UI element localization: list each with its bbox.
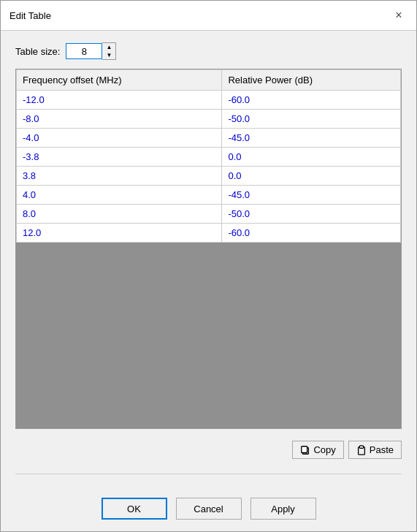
divider: [15, 474, 402, 474]
data-table: Frequency offset (MHz) Relative Power (d…: [16, 69, 401, 243]
cell-freq[interactable]: 8.0: [17, 205, 222, 224]
table-size-label: Table size:: [15, 46, 60, 57]
cell-freq[interactable]: -4.0: [17, 129, 222, 148]
table-row: 4.0-45.0: [17, 186, 401, 205]
table-wrapper: Frequency offset (MHz) Relative Power (d…: [15, 69, 402, 429]
header-row: Frequency offset (MHz) Relative Power (d…: [17, 70, 401, 91]
cell-freq[interactable]: 4.0: [17, 186, 222, 205]
paste-icon: [356, 445, 367, 455]
table-row: -12.0-60.0: [17, 91, 401, 110]
cell-power[interactable]: -45.0: [222, 129, 401, 148]
table-row: 3.80.0: [17, 167, 401, 186]
copy-label: Copy: [313, 444, 335, 455]
title-bar: Edit Table ×: [1, 1, 416, 31]
table-row: -3.80.0: [17, 148, 401, 167]
spinner-buttons: ▲ ▼: [102, 42, 116, 60]
empty-area: [16, 243, 401, 428]
cell-freq[interactable]: -8.0: [17, 110, 222, 129]
copy-button[interactable]: Copy: [292, 441, 343, 459]
cancel-button[interactable]: Cancel: [176, 498, 242, 520]
cell-freq[interactable]: 12.0: [17, 224, 222, 243]
svg-rect-1: [302, 446, 307, 452]
cell-power[interactable]: 0.0: [222, 148, 401, 167]
cell-freq[interactable]: 3.8: [17, 167, 222, 186]
close-button[interactable]: ×: [390, 7, 408, 24]
cell-power[interactable]: -45.0: [222, 186, 401, 205]
dialog-body: Table size: ▲ ▼ Frequency offset (MHz) R…: [1, 31, 416, 489]
cell-power[interactable]: -50.0: [222, 205, 401, 224]
table-size-row: Table size: ▲ ▼: [15, 42, 402, 60]
cell-power[interactable]: -50.0: [222, 110, 401, 129]
copy-icon: [300, 445, 310, 455]
table-row: -4.0-45.0: [17, 129, 401, 148]
cell-freq[interactable]: -3.8: [17, 148, 222, 167]
spinner-container: ▲ ▼: [66, 42, 116, 60]
table-row: 8.0-50.0: [17, 205, 401, 224]
edit-table-dialog: Edit Table × Table size: ▲ ▼ Frequency o…: [0, 0, 417, 532]
ok-button[interactable]: OK: [102, 498, 167, 520]
svg-rect-3: [359, 445, 363, 448]
cell-power[interactable]: -60.0: [222, 91, 401, 110]
cell-freq[interactable]: -12.0: [17, 91, 222, 110]
dialog-title: Edit Table: [9, 10, 51, 21]
table-row: -8.0-50.0: [17, 110, 401, 129]
bottom-row: OK Cancel Apply: [1, 489, 416, 531]
spinner-down-button[interactable]: ▼: [102, 51, 115, 59]
spinner-up-button[interactable]: ▲: [102, 43, 115, 51]
apply-button[interactable]: Apply: [250, 498, 316, 520]
table-row: 12.0-60.0: [17, 224, 401, 243]
table-size-input[interactable]: [66, 43, 102, 59]
paste-button[interactable]: Paste: [348, 441, 402, 459]
copy-paste-row: Copy Paste: [15, 438, 402, 462]
table-header: Frequency offset (MHz) Relative Power (d…: [17, 70, 401, 91]
col-header-freq: Frequency offset (MHz): [17, 70, 222, 91]
cell-power[interactable]: -60.0: [222, 224, 401, 243]
col-header-power: Relative Power (dB): [222, 70, 401, 91]
paste-label: Paste: [370, 444, 394, 455]
cell-power[interactable]: 0.0: [222, 167, 401, 186]
table-body: -12.0-60.0-8.0-50.0-4.0-45.0-3.80.03.80.…: [17, 91, 401, 243]
